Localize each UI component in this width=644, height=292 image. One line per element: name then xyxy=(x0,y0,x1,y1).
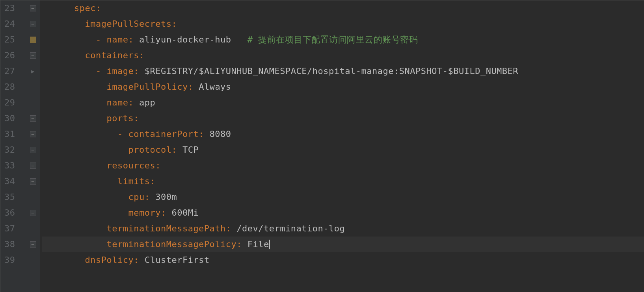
fold-open-icon[interactable]: − xyxy=(30,115,36,122)
token-ind xyxy=(42,252,85,268)
fold-marker[interactable]: − xyxy=(26,126,40,142)
fold-open-icon[interactable]: − xyxy=(30,131,36,137)
token-ind xyxy=(42,174,117,189)
code-line[interactable]: spec: xyxy=(42,0,644,16)
code-line[interactable]: cpu: 300m xyxy=(42,189,644,205)
line-number: 29 xyxy=(4,95,15,111)
line-number: 39 xyxy=(4,252,15,268)
code-line[interactable]: limits: xyxy=(42,174,644,189)
code-area[interactable]: spec: imagePullSecrets: - name: aliyun-d… xyxy=(40,0,644,292)
code-line[interactable]: imagePullPolicy: Always xyxy=(42,79,644,95)
token-col: : xyxy=(226,221,237,237)
fold-marker[interactable]: − xyxy=(26,142,40,158)
token-ind xyxy=(42,158,107,174)
token-col: : xyxy=(161,205,172,221)
token-key: resources xyxy=(106,158,155,174)
token-ind xyxy=(42,48,85,63)
fold-marker[interactable]: − xyxy=(26,158,40,174)
code-line[interactable]: resources: xyxy=(42,158,644,174)
token-ind xyxy=(42,142,128,158)
fold-marker[interactable]: − xyxy=(26,0,40,16)
token-ind xyxy=(42,32,96,48)
code-line[interactable]: terminationMessagePolicy: File xyxy=(42,237,644,252)
token-key: name xyxy=(106,32,128,48)
line-numbers: 2324252627282930313233343536373839 xyxy=(0,0,26,292)
token-str: 8080 xyxy=(210,126,231,142)
fold-marker[interactable]: − xyxy=(26,48,40,63)
token-key: name xyxy=(106,95,128,111)
code-line[interactable]: containers: xyxy=(42,48,644,63)
code-line[interactable]: - name: aliyun-docker-hub # 提前在项目下配置访问阿里… xyxy=(42,32,644,48)
code-line[interactable]: protocol: TCP xyxy=(42,142,644,158)
token-str: 300m xyxy=(155,189,177,205)
fold-open-icon[interactable]: − xyxy=(30,21,36,27)
fold-marker[interactable]: − xyxy=(26,16,40,32)
code-line[interactable]: ports: xyxy=(42,111,644,126)
token-col: : xyxy=(134,252,145,268)
change-marker-icon[interactable]: − xyxy=(30,37,36,43)
token-key: limits xyxy=(117,174,150,189)
fold-marker xyxy=(26,221,40,237)
token-col: : xyxy=(171,16,177,32)
token-key: dnsPolicy xyxy=(85,252,134,268)
token-col: : xyxy=(236,237,248,252)
line-number: 24 xyxy=(4,16,15,32)
fold-marker xyxy=(26,95,40,111)
fold-marker[interactable]: − xyxy=(26,174,40,189)
line-number: 38 xyxy=(4,237,15,252)
code-line[interactable]: imagePullSecrets: xyxy=(42,16,644,32)
line-number: 31 xyxy=(4,126,15,142)
token-str: aliyun-docker-hub xyxy=(139,32,231,48)
code-line[interactable]: - image: $REGISTRY/$ALIYUNHUB_NAMESPACE/… xyxy=(42,63,644,79)
line-number: 36 xyxy=(4,205,15,221)
fold-marker[interactable]: − xyxy=(26,111,40,126)
line-number: 32 xyxy=(4,142,15,158)
token-str: Always xyxy=(199,79,231,95)
fold-open-icon[interactable]: − xyxy=(30,52,36,59)
line-number: 28 xyxy=(4,79,15,95)
token-key: terminationMessagePolicy xyxy=(106,237,236,252)
fold-marker[interactable]: − xyxy=(26,32,40,48)
line-number: 27 xyxy=(4,63,15,79)
token-key: imagePullSecrets xyxy=(85,16,171,32)
fold-open-icon[interactable]: − xyxy=(30,163,36,169)
token-ind xyxy=(42,63,96,79)
code-line[interactable]: terminationMessagePath: /dev/termination… xyxy=(42,221,644,237)
line-number: 33 xyxy=(4,158,15,174)
fold-marker xyxy=(26,252,40,268)
token-key: spec xyxy=(74,0,96,16)
token-col: : xyxy=(150,174,155,189)
token-dash: - xyxy=(117,126,128,142)
token-ind xyxy=(42,205,128,221)
fold-marker xyxy=(26,79,40,95)
token-col: : xyxy=(128,95,139,111)
token-col: : xyxy=(188,79,199,95)
fold-marker[interactable]: − xyxy=(26,237,40,252)
code-line[interactable]: - containerPort: 8080 xyxy=(42,126,644,142)
token-key: cpu xyxy=(128,189,144,205)
line-number: 23 xyxy=(4,0,15,16)
token-ind xyxy=(42,189,128,205)
token-ind xyxy=(42,0,74,16)
fold-marker[interactable]: − xyxy=(26,205,40,221)
fold-open-icon[interactable]: − xyxy=(30,147,36,153)
fold-open-icon[interactable]: − xyxy=(30,5,36,11)
fold-open-icon[interactable]: − xyxy=(30,241,36,248)
token-str: $REGISTRY/$ALIYUNHUB_NAMESPACE/hospital-… xyxy=(145,63,518,79)
fold-collapsed-icon[interactable]: ▶ xyxy=(31,63,35,79)
token-ind xyxy=(42,95,107,111)
fold-open-icon[interactable]: − xyxy=(30,210,36,216)
fold-column[interactable]: −−−−▶−−−−−−− xyxy=(26,0,40,292)
fold-open-icon[interactable]: − xyxy=(30,178,36,185)
token-ind xyxy=(42,111,107,126)
token-key: image xyxy=(106,63,134,79)
line-number: 25 xyxy=(4,32,15,48)
code-line[interactable]: memory: 600Mi xyxy=(42,205,644,221)
token-col: : xyxy=(128,32,139,48)
fold-marker[interactable]: ▶ xyxy=(26,63,40,79)
code-line[interactable]: name: app xyxy=(42,95,644,111)
code-line[interactable]: dnsPolicy: ClusterFirst xyxy=(42,252,644,268)
code-editor[interactable]: 2324252627282930313233343536373839 −−−−▶… xyxy=(0,0,644,292)
token-ind xyxy=(42,16,85,32)
line-number: 26 xyxy=(4,48,15,63)
